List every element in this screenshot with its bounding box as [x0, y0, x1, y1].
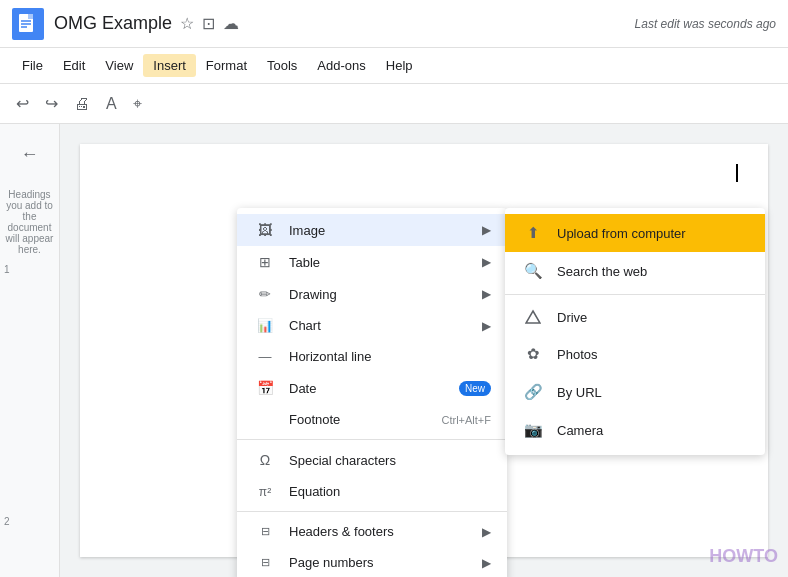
- special-chars-icon: Ω: [253, 452, 277, 468]
- svg-marker-6: [526, 311, 540, 323]
- title-icons: ☆ ⊡ ☁: [180, 14, 239, 33]
- undo-icon[interactable]: ↩: [12, 90, 33, 117]
- special-chars-label: Special characters: [289, 453, 491, 468]
- table-arrow: ▶: [482, 255, 491, 269]
- menu-item-special-chars[interactable]: Ω Special characters: [237, 444, 507, 476]
- table-icon: ⊞: [253, 254, 277, 270]
- headers-footers-arrow: ▶: [482, 525, 491, 539]
- menu-item-page-numbers[interactable]: ⊟ Page numbers ▶: [237, 547, 507, 577]
- menu-item-headers-footers[interactable]: ⊟ Headers & footers ▶: [237, 516, 507, 547]
- footnote-label: Footnote: [289, 412, 441, 427]
- menu-item-chart[interactable]: 📊 Chart ▶: [237, 310, 507, 341]
- image-arrow: ▶: [482, 223, 491, 237]
- menu-help[interactable]: Help: [376, 54, 423, 77]
- page-numbers-icon: ⊟: [253, 556, 277, 569]
- camera-icon: 📷: [521, 421, 545, 439]
- last-edit-text: Last edit was seconds ago: [635, 17, 776, 31]
- image-label: Image: [289, 223, 482, 238]
- drawing-label: Drawing: [289, 287, 482, 302]
- left-sidebar: ← Headings you add to the document will …: [0, 124, 60, 577]
- headers-footers-icon: ⊟: [253, 525, 277, 538]
- link-icon: 🔗: [521, 383, 545, 401]
- insert-menu-dropdown[interactable]: 🖼 Image ▶ ⊞ Table ▶ ✏ Drawing ▶ 📊 Chart …: [237, 208, 507, 577]
- menu-file[interactable]: File: [12, 54, 53, 77]
- redo-icon[interactable]: ↪: [41, 90, 62, 117]
- menu-item-table[interactable]: ⊞ Table ▶: [237, 246, 507, 278]
- svg-rect-2: [28, 14, 33, 19]
- upload-icon: ⬆: [521, 224, 545, 242]
- menu-item-equation[interactable]: π² Equation: [237, 476, 507, 507]
- page-number-2: 2: [4, 516, 10, 527]
- submenu-divider-1: [505, 294, 765, 295]
- menu-view[interactable]: View: [95, 54, 143, 77]
- search-web-label: Search the web: [557, 264, 647, 279]
- cloud-icon[interactable]: ☁: [223, 14, 239, 33]
- menu-item-footnote[interactable]: Footnote Ctrl+Alt+F: [237, 404, 507, 435]
- title-bar: OMG Example ☆ ⊡ ☁ Last edit was seconds …: [0, 0, 788, 48]
- camera-label: Camera: [557, 423, 603, 438]
- horizontal-line-icon: —: [253, 349, 277, 364]
- menu-item-horizontal-line[interactable]: — Horizontal line: [237, 341, 507, 372]
- drawing-arrow: ▶: [482, 287, 491, 301]
- app-icon: [12, 8, 44, 40]
- headers-footers-label: Headers & footers: [289, 524, 482, 539]
- submenu-item-by-url[interactable]: 🔗 By URL: [505, 373, 765, 411]
- menu-tools[interactable]: Tools: [257, 54, 307, 77]
- sidebar-back-button[interactable]: ←: [21, 144, 39, 165]
- sidebar-hint-text: Headings you add to the document will ap…: [0, 189, 59, 255]
- menu-addons[interactable]: Add-ons: [307, 54, 375, 77]
- document-title: OMG Example: [54, 13, 172, 34]
- chart-icon: 📊: [253, 318, 277, 333]
- print-icon[interactable]: 🖨: [70, 91, 94, 117]
- submenu-item-photos[interactable]: ✿ Photos: [505, 335, 765, 373]
- submenu-item-search-web[interactable]: 🔍 Search the web: [505, 252, 765, 290]
- by-url-label: By URL: [557, 385, 602, 400]
- menu-format[interactable]: Format: [196, 54, 257, 77]
- equation-icon: π²: [253, 485, 277, 499]
- paintformat-icon[interactable]: ⌖: [129, 91, 146, 117]
- table-label: Table: [289, 255, 482, 270]
- photos-label: Photos: [557, 347, 597, 362]
- footnote-shortcut: Ctrl+Alt+F: [441, 414, 491, 426]
- menu-item-image[interactable]: 🖼 Image ▶: [237, 214, 507, 246]
- image-submenu-dropdown[interactable]: ⬆ Upload from computer 🔍 Search the web …: [505, 208, 765, 455]
- toolbar: ↩ ↪ 🖨 A ⌖: [0, 84, 788, 124]
- submenu-item-drive[interactable]: Drive: [505, 299, 765, 335]
- date-icon: 📅: [253, 380, 277, 396]
- content-area: ← Headings you add to the document will …: [0, 124, 788, 577]
- date-label: Date: [289, 381, 451, 396]
- image-icon: 🖼: [253, 222, 277, 238]
- drawing-icon: ✏: [253, 286, 277, 302]
- star-icon[interactable]: ☆: [180, 14, 194, 33]
- text-cursor: [736, 164, 738, 182]
- page-numbers-arrow: ▶: [482, 556, 491, 570]
- menu-divider-1: [237, 439, 507, 440]
- folder-icon[interactable]: ⊡: [202, 14, 215, 33]
- search-icon: 🔍: [521, 262, 545, 280]
- submenu-item-camera[interactable]: 📷 Camera: [505, 411, 765, 449]
- menu-item-drawing[interactable]: ✏ Drawing ▶: [237, 278, 507, 310]
- menu-edit[interactable]: Edit: [53, 54, 95, 77]
- menu-insert[interactable]: Insert: [143, 54, 196, 77]
- drive-label: Drive: [557, 310, 587, 325]
- photos-icon: ✿: [521, 345, 545, 363]
- chart-arrow: ▶: [482, 319, 491, 333]
- drive-icon: [521, 309, 545, 325]
- submenu-item-upload[interactable]: ⬆ Upload from computer: [505, 214, 765, 252]
- chart-label: Chart: [289, 318, 482, 333]
- menu-divider-2: [237, 511, 507, 512]
- menu-item-date[interactable]: 📅 Date New: [237, 372, 507, 404]
- horizontal-line-label: Horizontal line: [289, 349, 491, 364]
- new-badge: New: [459, 381, 491, 396]
- upload-label: Upload from computer: [557, 226, 686, 241]
- page-number-1: 1: [4, 264, 10, 275]
- page-numbers-label: Page numbers: [289, 555, 482, 570]
- equation-label: Equation: [289, 484, 491, 499]
- spellcheck-icon[interactable]: A: [102, 91, 121, 117]
- menu-bar: File Edit View Insert Format Tools Add-o…: [0, 48, 788, 84]
